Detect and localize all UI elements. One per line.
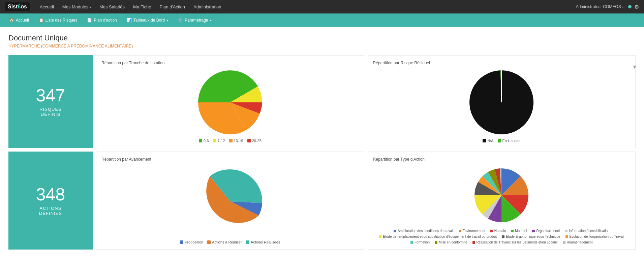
home-icon: 🏠 bbox=[9, 18, 14, 23]
page-title: Document Unique bbox=[8, 34, 636, 42]
legend-0-6: 0-6 bbox=[199, 139, 209, 143]
chart-avancement-area bbox=[101, 165, 359, 237]
residuel-legend: N/A En Hausse bbox=[373, 139, 631, 143]
tranche-legend: 0-6 7-12 13-19 20-25 bbox=[101, 139, 359, 143]
nav-plan-action[interactable]: Plan d'Action bbox=[156, 3, 188, 11]
legend-dot-organisationnel bbox=[532, 230, 535, 232]
legend-dot-actions-realiser bbox=[207, 240, 211, 244]
nav-ma-fiche[interactable]: Ma Fiche bbox=[130, 3, 154, 11]
top-navigation: Sist€os Accueil Mes Modules Mes Salariés… bbox=[0, 0, 644, 13]
legend-formation: Formation bbox=[410, 240, 430, 244]
nav-accueil[interactable]: Accueil bbox=[36, 3, 57, 11]
second-nav-tableaux-bord[interactable]: 📊 Tableaux de Bord bbox=[123, 16, 172, 25]
page-content: ▼ Document Unique HYPERMARCHE (COMMERCE … bbox=[0, 27, 644, 262]
nav-mes-salaries[interactable]: Mes Salariés bbox=[96, 3, 128, 11]
legend-dot-etude-ergonomique bbox=[502, 235, 504, 238]
legend-na: N/A bbox=[483, 139, 493, 143]
chart-tranche-cotation: Répartition par Tranche de cotation bbox=[96, 55, 364, 148]
nav-administration[interactable]: Administration bbox=[190, 3, 224, 11]
residuel-pie-svg bbox=[468, 69, 535, 136]
legend-dot-20-25 bbox=[247, 139, 251, 142]
legend-actions-realisees: Actions Realisees bbox=[246, 240, 280, 244]
stat-card-risques: 347 RISQUESDÉFINIS bbox=[8, 55, 93, 148]
chart-tranche-area bbox=[101, 69, 359, 136]
legend-en-hausse: En Hausse bbox=[498, 139, 521, 143]
legend-dot-actions-realisees bbox=[246, 240, 249, 244]
legend-realisation-travaux: Réalisation de Travaux sur les Bâtiments… bbox=[472, 240, 558, 244]
user-label: Administrateur COMEOS ... bbox=[576, 4, 625, 9]
legend-dot-13-19 bbox=[229, 139, 233, 142]
nav-mes-modules[interactable]: Mes Modules bbox=[59, 3, 94, 11]
actions-label: ACTIONSDÉFINIES bbox=[39, 206, 62, 216]
legend-dot-humain bbox=[490, 230, 493, 232]
legend-dot-0-6 bbox=[199, 139, 202, 142]
avancement-legend: Proposition Actions a Realiser Actions R… bbox=[101, 240, 359, 244]
chart-icon: 📊 bbox=[127, 18, 132, 23]
chart-risque-residuel: Répartition par Risque Résiduel N/A bbox=[368, 55, 636, 148]
legend-materiel: Matériel bbox=[511, 229, 527, 233]
tranche-pie-svg bbox=[196, 69, 264, 136]
dashboard-row-1: 347 RISQUESDÉFINIS Répartition par Tranc… bbox=[8, 55, 636, 148]
legend-dot-materiel bbox=[511, 230, 514, 232]
main-nav-links: Accueil Mes Modules Mes Salariés Ma Fich… bbox=[36, 3, 224, 11]
chart-avancement: Répartition par Avancement Proposition bbox=[96, 152, 364, 250]
avancement-pie-svg bbox=[196, 168, 264, 235]
legend-etude-ergonomique: Etude Ergonomique et/ou Technique bbox=[502, 235, 560, 238]
legend-amelioration: Amélioration des conditions de travail bbox=[394, 229, 454, 233]
legend-dot-environnement bbox=[459, 230, 461, 232]
legend-etude-remplacement: Etude de remplacement et/ou substitution… bbox=[379, 235, 497, 238]
legend-dot-information bbox=[565, 230, 568, 232]
legend-environnement: Environnement bbox=[459, 229, 485, 233]
chart-type-action-area bbox=[373, 165, 631, 226]
second-nav-liste-risques[interactable]: 📋 Liste des Risques bbox=[35, 16, 82, 25]
risques-label: RISQUESDÉFINIS bbox=[39, 107, 62, 117]
chart-tranche-title: Répartition par Tranche de cotation bbox=[101, 61, 359, 65]
second-nav-parametrage[interactable]: ⚙️ Paramétrage bbox=[174, 16, 215, 25]
legend-dot-evolution-organisation bbox=[565, 235, 568, 238]
filter-button[interactable]: ▼ bbox=[632, 64, 637, 70]
stat-card-actions: 348 ACTIONSDÉFINIES bbox=[8, 152, 93, 250]
legend-information: Information / sensibilisation bbox=[565, 229, 610, 233]
gear-icon: ⚙️ bbox=[178, 18, 183, 23]
legend-proposition: Proposition bbox=[180, 240, 203, 244]
legend-actions-realiser: Actions a Realiser bbox=[207, 240, 242, 244]
actions-number: 348 bbox=[36, 186, 65, 203]
legend-dot-na bbox=[483, 139, 486, 142]
chart-residuel-title: Répartition par Risque Résiduel bbox=[373, 61, 631, 65]
chart-residuel-area bbox=[373, 69, 631, 136]
legend-dot-realisation-travaux bbox=[472, 241, 475, 244]
legend-dot-proposition bbox=[180, 240, 183, 244]
legend-reamenagement: Réaménagement bbox=[563, 240, 593, 244]
chart-type-action-title: Répartition par Type d'Action bbox=[373, 157, 631, 162]
legend-dot-amelioration bbox=[394, 230, 396, 232]
second-navigation: 🏠 Accueil 📋 Liste des Risques 📄 Plan d'a… bbox=[0, 13, 644, 27]
legend-humain: Humain bbox=[490, 229, 506, 233]
dashboard-row-2: 348 ACTIONSDÉFINIES Répartition par Avan… bbox=[8, 152, 636, 250]
legend-dot-mise-conformite bbox=[435, 241, 437, 244]
second-nav-plan-action[interactable]: 📄 Plan d'action bbox=[83, 16, 121, 25]
top-nav-left: Sist€os Accueil Mes Modules Mes Salariés… bbox=[5, 2, 224, 11]
doc-icon: 📄 bbox=[87, 18, 92, 23]
legend-7-12: 7-12 bbox=[213, 139, 225, 143]
legend-dot-7-12 bbox=[213, 139, 216, 142]
legend-organisationnel: Organisationnel bbox=[532, 229, 560, 233]
legend-dot-etude-remplacement bbox=[379, 235, 381, 238]
legend-evolution-organisation: Evolution de l'organisation du Travail bbox=[565, 235, 624, 238]
type-action-legend: Amélioration des conditions de travail E… bbox=[373, 229, 631, 244]
settings-icon[interactable]: ⚙ bbox=[634, 4, 639, 10]
chart-avancement-title: Répartition par Avancement bbox=[101, 157, 359, 162]
chart-type-action: Répartition par Type d'Action bbox=[368, 152, 636, 250]
page-subtitle: HYPERMARCHE (COMMERCE A PREDOMINANCE ALI… bbox=[8, 44, 636, 48]
legend-dot-en-hausse bbox=[498, 139, 501, 142]
logo[interactable]: Sist€os bbox=[5, 2, 30, 11]
legend-dot-formation bbox=[410, 241, 413, 244]
legend-dot-reamenagement bbox=[563, 241, 565, 244]
user-status-dot bbox=[628, 5, 632, 8]
legend-13-19: 13-19 bbox=[229, 139, 243, 143]
risques-number: 347 bbox=[36, 87, 65, 104]
top-nav-right: Administrateur COMEOS ... ⚙ bbox=[576, 4, 639, 10]
legend-mise-conformite: Mise en conformité bbox=[435, 240, 467, 244]
list-icon: 📋 bbox=[39, 18, 44, 23]
legend-20-25: 20-25 bbox=[247, 139, 262, 143]
second-nav-accueil[interactable]: 🏠 Accueil bbox=[5, 16, 33, 25]
